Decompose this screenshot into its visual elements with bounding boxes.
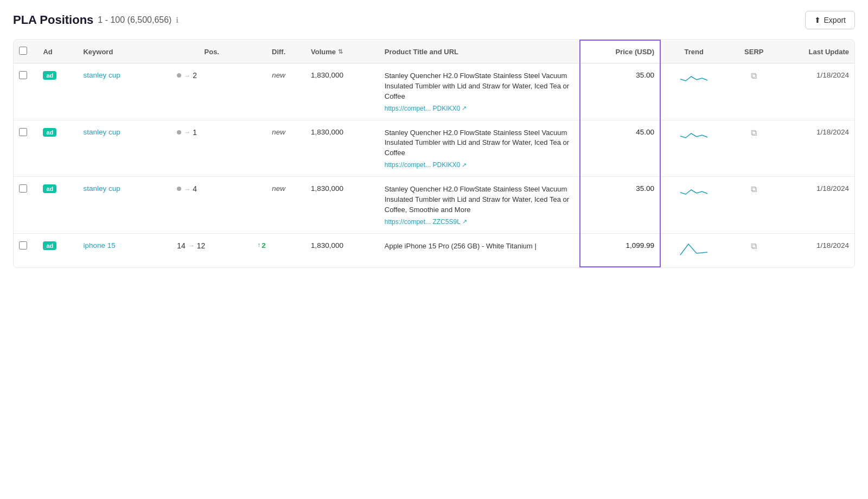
row-checkbox[interactable] [19, 241, 27, 250]
volume-value: 1,830,000 [311, 71, 343, 79]
product-title-partial: Apple iPhone 15 Pro (256 GB) - White Tit… [385, 241, 574, 252]
product-url-text: https://compet... PDKIKX0 [385, 105, 460, 112]
row-diff-cell: ↑2 [252, 233, 305, 267]
col-header-keyword: Keyword [78, 40, 171, 63]
row-checkbox[interactable] [19, 71, 27, 79]
row-update-cell: 1/18/2024 [781, 63, 854, 120]
product-url-link[interactable]: https://compet... PDKIKX0 ↗ [385, 161, 574, 169]
serp-icon[interactable]: ⧉ [751, 128, 757, 137]
pos-number: 1 [193, 128, 197, 137]
export-icon: ⬆ [814, 16, 821, 24]
row-checkbox[interactable] [19, 184, 27, 193]
keyword-link[interactable]: stanley cup [83, 184, 120, 193]
trend-sparkline [678, 241, 710, 258]
row-serp-cell[interactable]: ⧉ [727, 120, 781, 177]
row-pos-cell: →1 [171, 120, 252, 177]
page-range: 1 - 100 (6,500,656) [98, 15, 171, 25]
diff-up: ↑2 [257, 241, 300, 250]
pos-number: 2 [193, 71, 197, 80]
keyword-link[interactable]: iphone 15 [83, 241, 115, 250]
col-header-last-update: Last Update [781, 40, 854, 63]
row-product-cell: Stanley Quencher H2.0 FlowState Stainles… [379, 120, 580, 177]
pos-dot [177, 187, 181, 191]
keyword-link[interactable]: stanley cup [83, 128, 120, 136]
row-ad-cell: ad [37, 120, 78, 177]
diff-new: new [272, 184, 285, 193]
price-value: 35.00 [636, 71, 654, 79]
product-title: Stanley Quencher H2.0 FlowState Stainles… [385, 128, 574, 159]
row-checkbox-cell [14, 63, 37, 120]
product-title: Stanley Quencher H2.0 FlowState Stainles… [385, 71, 574, 102]
external-link-icon: ↗ [462, 105, 467, 112]
serp-icon[interactable]: ⧉ [751, 241, 757, 251]
row-trend-cell [660, 120, 727, 177]
table-row: ad iphone 15 14→12 ↑2 1,830,000 Apple iP… [14, 233, 854, 267]
row-diff-cell: new [252, 120, 305, 177]
row-volume-cell: 1,830,000 [305, 233, 379, 267]
row-keyword-cell: stanley cup [78, 177, 171, 234]
col-header-diff: Diff. [252, 40, 305, 63]
info-icon[interactable]: ℹ [176, 16, 178, 24]
product-url-link[interactable]: https://compet... ZZC5S9L ↗ [385, 218, 574, 226]
page-header: PLA Positions 1 - 100 (6,500,656) ℹ ⬆ Ex… [13, 11, 855, 29]
ad-badge: ad [43, 184, 56, 193]
row-price-cell: 45.00 [580, 120, 660, 177]
page-title: PLA Positions [13, 13, 93, 27]
row-ad-cell: ad [37, 63, 78, 120]
keyword-link[interactable]: stanley cup [83, 71, 120, 79]
pla-table-wrapper: Ad Keyword Pos. Diff. Volume ⇅ Product T… [13, 39, 855, 268]
external-link-icon: ↗ [462, 162, 467, 169]
row-update-cell: 1/18/2024 [781, 233, 854, 267]
row-volume-cell: 1,830,000 [305, 177, 379, 234]
last-update-value: 1/18/2024 [816, 241, 849, 250]
row-serp-cell[interactable]: ⧉ [727, 233, 781, 267]
row-ad-cell: ad [37, 177, 78, 234]
pla-table: Ad Keyword Pos. Diff. Volume ⇅ Product T… [14, 40, 854, 267]
row-checkbox-cell [14, 233, 37, 267]
table-header-row: Ad Keyword Pos. Diff. Volume ⇅ Product T… [14, 40, 854, 63]
row-keyword-cell: stanley cup [78, 120, 171, 177]
row-price-cell: 35.00 [580, 177, 660, 234]
row-product-cell: Stanley Quencher H2.0 FlowState Stainles… [379, 177, 580, 234]
row-serp-cell[interactable]: ⧉ [727, 177, 781, 234]
export-button[interactable]: ⬆ Export [805, 11, 855, 29]
product-url-link[interactable]: https://compet... PDKIKX0 ↗ [385, 105, 574, 112]
row-price-cell: 35.00 [580, 63, 660, 120]
arrow-right-icon: → [188, 241, 195, 250]
pos-dot [177, 130, 181, 135]
diff-new: new [272, 128, 285, 136]
ad-badge: ad [43, 241, 56, 250]
diff-new: new [272, 71, 285, 79]
volume-label: Volume [311, 48, 336, 56]
row-checkbox-cell [14, 120, 37, 177]
price-value: 35.00 [636, 184, 654, 193]
col-header-volume[interactable]: Volume ⇅ [305, 40, 379, 63]
ad-badge: ad [43, 128, 56, 137]
row-keyword-cell: stanley cup [78, 63, 171, 120]
product-url-text: https://compet... PDKIKX0 [385, 161, 460, 169]
header-left: PLA Positions 1 - 100 (6,500,656) ℹ [13, 13, 178, 27]
page-wrapper: PLA Positions 1 - 100 (6,500,656) ℹ ⬆ Ex… [0, 0, 868, 499]
row-checkbox[interactable] [19, 128, 27, 136]
volume-filter-icon[interactable]: ⇅ [338, 48, 343, 55]
row-keyword-cell: iphone 15 [78, 233, 171, 267]
last-update-value: 1/18/2024 [816, 184, 849, 193]
last-update-value: 1/18/2024 [816, 71, 849, 79]
select-all-checkbox[interactable] [19, 47, 27, 55]
diff-arrow-up-icon: ↑ [257, 241, 260, 249]
table-row: ad stanley cup →4 new 1,830,000 Stanley … [14, 177, 854, 234]
row-volume-cell: 1,830,000 [305, 63, 379, 120]
row-product-cell: Apple iPhone 15 Pro (256 GB) - White Tit… [379, 233, 580, 267]
row-trend-cell [660, 63, 727, 120]
row-pos-cell: 14→12 [171, 233, 252, 267]
serp-icon[interactable]: ⧉ [751, 184, 757, 194]
pos-dot [177, 73, 181, 78]
arrow-right-icon: → [183, 128, 190, 136]
row-price-cell: 1,099.99 [580, 233, 660, 267]
product-url-text: https://compet... ZZC5S9L [385, 218, 461, 226]
trend-sparkline [678, 128, 710, 144]
row-serp-cell[interactable]: ⧉ [727, 63, 781, 120]
row-update-cell: 1/18/2024 [781, 177, 854, 234]
product-title: Stanley Quencher H2.0 FlowState Stainles… [385, 184, 574, 215]
serp-icon[interactable]: ⧉ [751, 71, 757, 80]
